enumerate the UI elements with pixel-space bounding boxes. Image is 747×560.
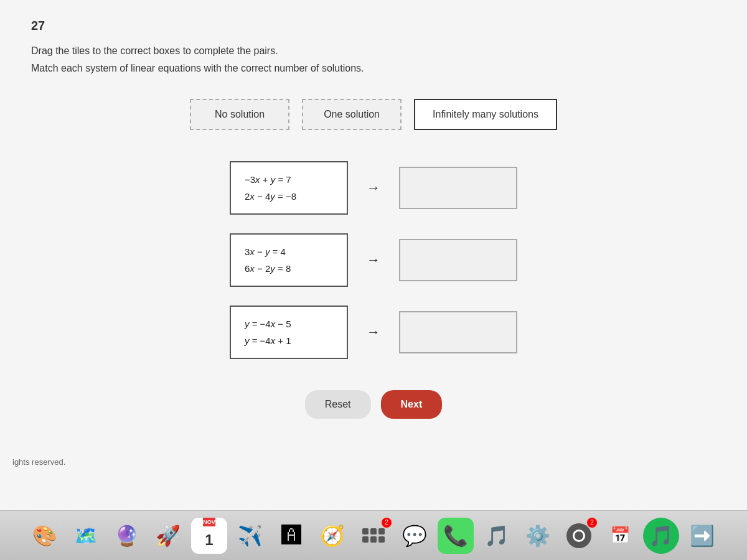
equation-box-1[interactable]: −3x + y = 7 2x − 4y = −8	[230, 161, 348, 215]
dock-item-calendar[interactable]: NOV 1	[191, 518, 227, 554]
dock-item-phone[interactable]: 📞	[438, 518, 474, 554]
tiles-row: No solution One solution Infinitely many…	[31, 99, 716, 130]
dock-item-notification[interactable]: 2	[561, 518, 597, 554]
dock-item-music[interactable]: 🎵	[479, 518, 515, 554]
equation-box-3[interactable]: y = −4x − 5 y = −4x + 1	[230, 306, 348, 359]
answer-box-1[interactable]	[399, 167, 517, 209]
dock-badge-1: 2	[382, 518, 392, 528]
eq2-line1: 3x − y = 4	[245, 243, 333, 260]
eq1-line2: 2x − 4y = −8	[245, 188, 333, 205]
equations-area: −3x + y = 7 2x − 4y = −8 → 3x − y = 4 6x…	[31, 161, 716, 359]
instruction-1: Drag the tiles to the correct boxes to c…	[31, 45, 716, 57]
dock-item-clock[interactable]: ⚙️	[520, 518, 556, 554]
dock-item-launchpad[interactable]: 🚀	[150, 518, 186, 554]
dock-item-systemprefs[interactable]: 🎨	[27, 518, 63, 554]
tile-one-solution[interactable]: One solution	[302, 99, 402, 130]
eq3-line2: y = −4x + 1	[245, 332, 333, 349]
tile-no-solution[interactable]: No solution	[190, 99, 289, 130]
reset-button[interactable]: Reset	[305, 390, 371, 419]
rights-text: ights reserved.	[12, 457, 65, 467]
dock-badge-2: 2	[587, 518, 597, 528]
eq2-line2: 6x − 2y = 8	[245, 260, 333, 277]
equation-box-2[interactable]: 3x − y = 4 6x − 2y = 8	[230, 233, 348, 287]
equation-row-3: y = −4x − 5 y = −4x + 1 →	[230, 306, 517, 359]
dock-item-siri[interactable]: 🔮	[109, 518, 145, 554]
instruction-2: Match each system of linear equations wi…	[31, 63, 716, 74]
dock-item-maps[interactable]: 🗺️	[68, 518, 104, 554]
dock: 🎨 🗺️ 🔮 🚀 NOV 1 ✈️ 🅰 🧭 2 💬 📞 🎵 ⚙️	[0, 510, 747, 560]
question-number: 27	[31, 19, 716, 33]
main-content: 27 Drag the tiles to the correct boxes t…	[0, 0, 747, 523]
dock-item-widget[interactable]: 📅	[602, 518, 638, 554]
calendar-day: 1	[205, 526, 213, 554]
arrow-2: →	[367, 252, 380, 268]
dock-item-spotify[interactable]: 🎵	[643, 518, 679, 554]
answer-box-2[interactable]	[399, 239, 517, 281]
answer-box-3[interactable]	[399, 311, 517, 353]
eq3-line1: y = −4x − 5	[245, 315, 333, 332]
arrow-1: →	[367, 180, 380, 196]
dock-item-grid[interactable]: 2	[355, 518, 392, 554]
equation-row-1: −3x + y = 7 2x − 4y = −8 →	[230, 161, 517, 215]
next-button[interactable]: Next	[381, 390, 443, 419]
dock-item-messages[interactable]: 💬	[397, 518, 433, 554]
calendar-month: NOV	[203, 518, 215, 526]
dock-item-safari[interactable]: 🧭	[314, 518, 350, 554]
tile-infinitely-many[interactable]: Infinitely many solutions	[414, 99, 557, 130]
buttons-row: Reset Next	[31, 390, 716, 419]
dock-item-appstore[interactable]: ✈️	[232, 518, 268, 554]
eq1-line1: −3x + y = 7	[245, 171, 333, 188]
dock-item-arrow[interactable]: ➡️	[684, 518, 720, 554]
dock-item-update[interactable]: 🅰	[273, 518, 309, 554]
equation-row-2: 3x − y = 4 6x − 2y = 8 →	[230, 233, 517, 287]
arrow-3: →	[367, 324, 380, 340]
